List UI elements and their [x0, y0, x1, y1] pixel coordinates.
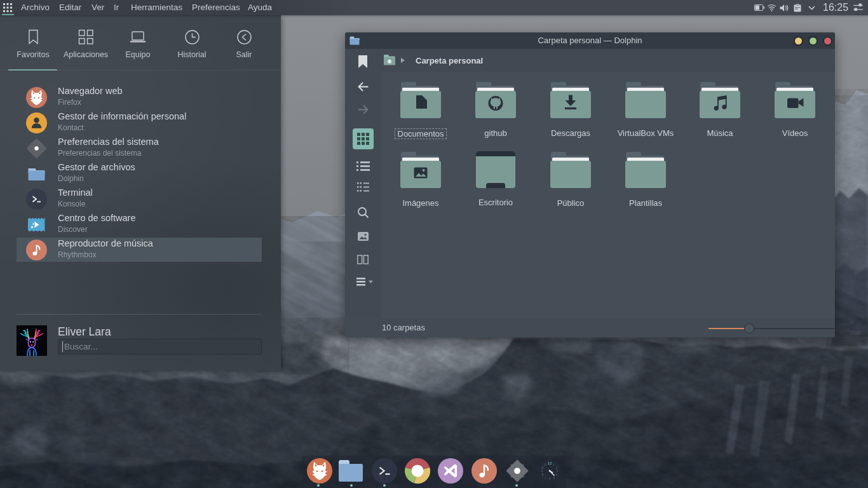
svg-text:12: 12 [548, 461, 552, 465]
svg-text:11: 11 [544, 463, 547, 466]
svg-text:10: 10 [541, 466, 545, 470]
